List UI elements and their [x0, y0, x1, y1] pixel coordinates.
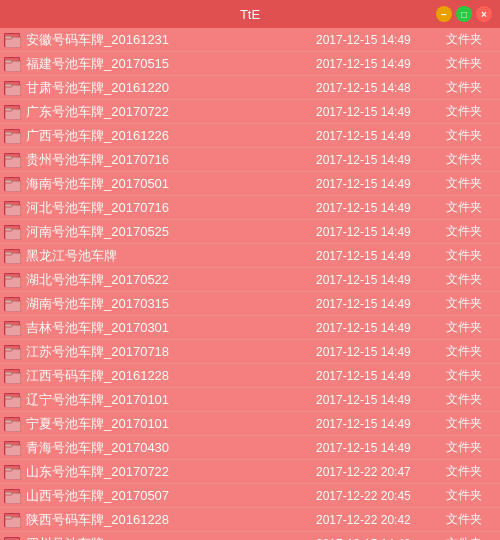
file-name: 甘肃号池车牌_20161220 [26, 79, 316, 97]
folder-icon [4, 441, 20, 455]
close-button[interactable]: × [476, 6, 492, 22]
svg-rect-13 [5, 180, 12, 183]
folder-icon [4, 201, 20, 215]
file-type: 文件夹 [446, 271, 496, 288]
file-date: 2017-12-15 14:49 [316, 297, 446, 311]
svg-rect-15 [5, 204, 12, 207]
folder-icon [4, 321, 20, 335]
file-date: 2017-12-15 14:49 [316, 129, 446, 143]
table-row[interactable]: 陕西号码车牌_201612282017-12-22 20:42文件夹 [0, 508, 500, 532]
folder-icon [4, 513, 20, 527]
file-type: 文件夹 [446, 391, 496, 408]
title-bar-buttons: − □ × [436, 6, 492, 22]
table-row[interactable]: 河北号池车牌_201707162017-12-15 14:49文件夹 [0, 196, 500, 220]
maximize-button[interactable]: □ [456, 6, 472, 22]
folder-icon [4, 489, 20, 503]
file-name: 黑龙江号池车牌 [26, 247, 316, 265]
table-row[interactable]: 山东号池车牌_201707222017-12-22 20:47文件夹 [0, 460, 500, 484]
title-text: TtE [240, 7, 260, 22]
file-date: 2017-12-15 14:49 [316, 225, 446, 239]
folder-icon [4, 225, 20, 239]
minimize-button[interactable]: − [436, 6, 452, 22]
file-name: 广东号池车牌_20170722 [26, 103, 316, 121]
file-name: 山西号池车牌_20170507 [26, 487, 316, 505]
file-type: 文件夹 [446, 319, 496, 336]
file-type: 文件夹 [446, 151, 496, 168]
file-type: 文件夹 [446, 343, 496, 360]
file-date: 2017-12-15 14:49 [316, 273, 446, 287]
file-name: 辽宁号池车牌_20170101 [26, 391, 316, 409]
file-type: 文件夹 [446, 55, 496, 72]
table-row[interactable]: 湖南号池车牌_201703152017-12-15 14:49文件夹 [0, 292, 500, 316]
table-row[interactable]: 贵州号池车牌_201707162017-12-15 14:49文件夹 [0, 148, 500, 172]
file-type: 文件夹 [446, 535, 496, 540]
file-name: 湖南号池车牌_20170315 [26, 295, 316, 313]
file-type: 文件夹 [446, 463, 496, 480]
table-row[interactable]: 四川号池车牌2017-12-15 14:48文件夹 [0, 532, 500, 540]
file-type: 文件夹 [446, 103, 496, 120]
file-type: 文件夹 [446, 295, 496, 312]
file-type: 文件夹 [446, 439, 496, 456]
file-type: 文件夹 [446, 511, 496, 528]
file-date: 2017-12-22 20:42 [316, 513, 446, 527]
folder-icon [4, 81, 20, 95]
table-row[interactable]: 青海号池车牌_201704302017-12-15 14:49文件夹 [0, 436, 500, 460]
file-type: 文件夹 [446, 175, 496, 192]
table-row[interactable]: 宁夏号池车牌_201701012017-12-15 14:49文件夹 [0, 412, 500, 436]
table-row[interactable]: 河南号池车牌_201705252017-12-15 14:49文件夹 [0, 220, 500, 244]
table-row[interactable]: 山西号池车牌_201705072017-12-22 20:45文件夹 [0, 484, 500, 508]
svg-rect-37 [5, 468, 12, 471]
file-date: 2017-12-22 20:47 [316, 465, 446, 479]
file-type: 文件夹 [446, 415, 496, 432]
folder-icon [4, 417, 20, 431]
file-date: 2017-12-15 14:49 [316, 345, 446, 359]
folder-icon [4, 57, 20, 71]
file-name: 吉林号池车牌_20170301 [26, 319, 316, 337]
svg-rect-35 [5, 444, 12, 447]
table-row[interactable]: 安徽号码车牌_201612312017-12-15 14:49文件夹 [0, 28, 500, 52]
table-row[interactable]: 福建号池车牌_201705152017-12-15 14:49文件夹 [0, 52, 500, 76]
table-row[interactable]: 江西号码车牌_201612282017-12-15 14:49文件夹 [0, 364, 500, 388]
file-list: 安徽号码车牌_201612312017-12-15 14:49文件夹 福建号池车… [0, 28, 500, 540]
file-name: 陕西号码车牌_20161228 [26, 511, 316, 529]
folder-icon [4, 393, 20, 407]
svg-rect-23 [5, 300, 12, 303]
folder-icon [4, 273, 20, 287]
folder-icon [4, 345, 20, 359]
file-name: 河南号池车牌_20170525 [26, 223, 316, 241]
svg-rect-21 [5, 276, 12, 279]
table-row[interactable]: 湖北号池车牌_201705222017-12-15 14:49文件夹 [0, 268, 500, 292]
svg-rect-5 [5, 84, 12, 87]
svg-rect-19 [5, 252, 12, 255]
file-date: 2017-12-15 14:49 [316, 417, 446, 431]
file-name: 海南号池车牌_20170501 [26, 175, 316, 193]
file-type: 文件夹 [446, 367, 496, 384]
table-row[interactable]: 江苏号池车牌_201707182017-12-15 14:49文件夹 [0, 340, 500, 364]
folder-icon [4, 153, 20, 167]
file-type: 文件夹 [446, 223, 496, 240]
folder-icon [4, 369, 20, 383]
table-row[interactable]: 广东号池车牌_201707222017-12-15 14:49文件夹 [0, 100, 500, 124]
file-date: 2017-12-15 14:49 [316, 105, 446, 119]
folder-icon [4, 465, 20, 479]
file-date: 2017-12-15 14:49 [316, 177, 446, 191]
table-row[interactable]: 广西号池车牌_201612262017-12-15 14:49文件夹 [0, 124, 500, 148]
table-row[interactable]: 辽宁号池车牌_201701012017-12-15 14:49文件夹 [0, 388, 500, 412]
svg-rect-25 [5, 324, 12, 327]
table-row[interactable]: 海南号池车牌_201705012017-12-15 14:49文件夹 [0, 172, 500, 196]
file-type: 文件夹 [446, 487, 496, 504]
table-row[interactable]: 甘肃号池车牌_201612202017-12-15 14:48文件夹 [0, 76, 500, 100]
file-name: 贵州号池车牌_20170716 [26, 151, 316, 169]
file-type: 文件夹 [446, 247, 496, 264]
svg-rect-41 [5, 516, 12, 519]
file-date: 2017-12-15 14:49 [316, 321, 446, 335]
file-name: 广西号池车牌_20161226 [26, 127, 316, 145]
table-row[interactable]: 吉林号池车牌_201703012017-12-15 14:49文件夹 [0, 316, 500, 340]
file-type: 文件夹 [446, 31, 496, 48]
table-row[interactable]: 黑龙江号池车牌2017-12-15 14:49文件夹 [0, 244, 500, 268]
file-date: 2017-12-15 14:49 [316, 441, 446, 455]
file-name: 山东号池车牌_20170722 [26, 463, 316, 481]
file-name: 青海号池车牌_20170430 [26, 439, 316, 457]
svg-rect-33 [5, 420, 12, 423]
file-name: 安徽号码车牌_20161231 [26, 31, 316, 49]
